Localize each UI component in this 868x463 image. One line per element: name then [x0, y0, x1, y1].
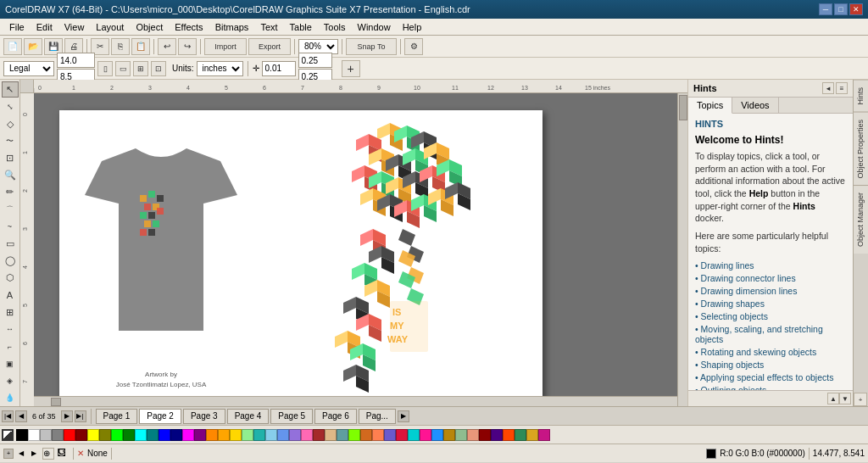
scrollbar-vertical[interactable]	[677, 93, 687, 406]
color-swatch[interactable]	[420, 429, 431, 441]
portrait-button[interactable]: ▯	[97, 61, 113, 76]
hints-collapse-btn[interactable]: ◂	[822, 82, 834, 94]
hint-topic-6[interactable]: • Rotating and skewing objects	[695, 347, 846, 357]
color-swatch[interactable]	[526, 429, 538, 441]
crop-tool[interactable]: ⊡	[2, 150, 19, 166]
canvas-scroll[interactable]: Artwork by José Tzontlimatzi Lopez, USA	[34, 93, 687, 406]
menu-help[interactable]: Help	[397, 20, 428, 34]
nudge-field[interactable]	[262, 61, 296, 76]
interactive-fill-tool[interactable]: ◈	[2, 372, 19, 388]
color-swatch[interactable]	[135, 429, 147, 441]
color-swatch[interactable]	[40, 429, 52, 441]
color-swatch[interactable]	[479, 429, 491, 441]
paste-button[interactable]: 📋	[131, 38, 150, 55]
color-swatch[interactable]	[123, 429, 135, 441]
snap-icon[interactable]: ⛾	[58, 448, 70, 460]
color-swatch[interactable]	[182, 429, 194, 441]
color-swatch[interactable]	[348, 429, 360, 441]
color-swatch[interactable]	[16, 429, 28, 441]
zoom-dropdown[interactable]: 80%	[298, 39, 338, 54]
color-swatch[interactable]	[206, 429, 218, 441]
fill-tool[interactable]: ▣	[2, 355, 19, 371]
hint-topic-1[interactable]: • Drawing connector lines	[695, 273, 846, 283]
minimize-button[interactable]: ─	[819, 3, 832, 15]
color-swatch[interactable]	[28, 429, 40, 441]
scrollbar-horizontal[interactable]	[34, 396, 677, 406]
right-tab-object-manager[interactable]: Object Manager	[854, 185, 868, 254]
shape-tool[interactable]: ◇	[2, 115, 19, 131]
menu-file[interactable]: File	[3, 20, 31, 34]
color-swatch[interactable]	[87, 429, 99, 441]
color-swatch[interactable]	[431, 429, 443, 441]
color-swatch[interactable]	[218, 429, 230, 441]
dimension-tool[interactable]: ↔	[2, 321, 19, 337]
page-next-btn[interactable]: ▶	[61, 410, 73, 422]
color-swatch[interactable]	[384, 429, 396, 441]
menu-tools[interactable]: Tools	[318, 20, 352, 34]
smear-tool[interactable]: 〜	[2, 133, 19, 149]
page-tab-1[interactable]: Page 1	[96, 409, 138, 424]
copy-button[interactable]: ⎘	[111, 38, 130, 55]
eyedropper-tool[interactable]: 💧	[2, 390, 19, 406]
color-swatch[interactable]	[64, 429, 75, 441]
menu-effects[interactable]: Effects	[169, 20, 209, 34]
color-swatch[interactable]	[301, 429, 313, 441]
open-button[interactable]: 📂	[24, 38, 42, 55]
right-tab-hints[interactable]: Hints	[854, 80, 868, 112]
polygon-tool[interactable]: ⬡	[2, 270, 19, 286]
canvas-area[interactable]: 0 1 2 3 4 5 6 7 8 9 10 11 12 13 14 15 in…	[20, 80, 687, 406]
color-swatch[interactable]	[503, 429, 515, 441]
menu-view[interactable]: View	[58, 20, 91, 34]
menu-text[interactable]: Text	[254, 20, 283, 34]
page-tab-3[interactable]: Page 3	[183, 409, 225, 424]
color-swatch[interactable]	[455, 429, 467, 441]
menu-layout[interactable]: Layout	[90, 20, 130, 34]
right-panel-add-btn[interactable]: +	[854, 393, 867, 406]
offset1-field[interactable]	[298, 53, 332, 68]
color-swatch[interactable]	[111, 429, 123, 441]
color-swatch[interactable]	[313, 429, 325, 441]
table-tool[interactable]: ⊞	[2, 304, 19, 321]
color-swatch[interactable]	[242, 429, 253, 441]
bleed-button[interactable]: ⊡	[151, 61, 166, 76]
color-swatch[interactable]	[277, 429, 289, 441]
units-dropdown[interactable]: inches	[197, 61, 243, 76]
freehand-tool[interactable]: ✏	[2, 184, 19, 200]
hint-topic-7[interactable]: • Shaping objects	[695, 360, 846, 370]
right-tab-object-properties[interactable]: Object Properties	[854, 112, 868, 186]
text-tool[interactable]: A	[2, 287, 19, 303]
color-swatch[interactable]	[159, 429, 170, 441]
color-swatch[interactable]	[467, 429, 479, 441]
redo-button[interactable]: ↪	[178, 38, 197, 55]
hint-topic-2[interactable]: • Drawing dimension lines	[695, 286, 846, 296]
menu-table[interactable]: Table	[284, 20, 318, 34]
hints-scroll-up[interactable]: ▲	[827, 393, 839, 404]
menu-edit[interactable]: Edit	[31, 20, 58, 34]
hint-topic-5[interactable]: • Moving, scaling, and stretching object…	[695, 324, 846, 344]
color-swatch[interactable]	[52, 429, 64, 441]
hints-tab-topics[interactable]: Topics	[688, 98, 732, 114]
page-tab-more[interactable]: Pag...	[359, 409, 396, 424]
color-swatch[interactable]	[491, 429, 503, 441]
color-swatch[interactable]	[396, 429, 408, 441]
options-button[interactable]: ⚙	[404, 38, 423, 55]
menu-object[interactable]: Object	[130, 20, 169, 34]
undo-button[interactable]: ↩	[158, 38, 176, 55]
page-tab-2[interactable]: Page 2	[139, 409, 181, 424]
hint-topic-4[interactable]: • Selecting objects	[695, 311, 846, 321]
color-swatch[interactable]	[194, 429, 206, 441]
new-button[interactable]: 📄	[3, 38, 22, 55]
freehand-pick-tool[interactable]: ⤡	[2, 98, 19, 114]
landscape-button[interactable]: ▭	[115, 61, 131, 76]
artistic-media-tool[interactable]: ~	[2, 219, 19, 235]
color-swatch[interactable]	[147, 429, 159, 441]
export-button[interactable]: Export	[248, 38, 291, 55]
page-prev-btn[interactable]: ◀	[15, 410, 27, 422]
scrollbar-h-thumb[interactable]	[51, 398, 61, 406]
page-first-btn[interactable]: |◀	[2, 410, 14, 422]
hint-topic-3[interactable]: • Drawing shapes	[695, 298, 846, 309]
color-swatch[interactable]	[99, 429, 111, 441]
zoom-tool[interactable]: 🔍	[2, 167, 19, 183]
color-swatch[interactable]	[408, 429, 420, 441]
add-page-mini-btn[interactable]: +	[3, 449, 14, 459]
